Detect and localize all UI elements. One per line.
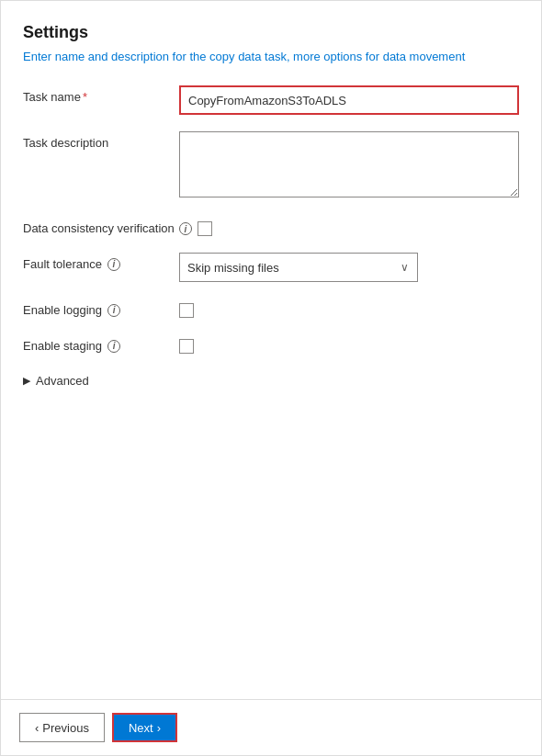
data-consistency-label: Data consistency verification	[23, 217, 179, 235]
task-description-label: Task description	[23, 131, 179, 150]
page-subtitle: Enter name and description for the copy …	[23, 50, 519, 63]
data-consistency-checkbox[interactable]	[198, 221, 212, 236]
task-description-field	[179, 131, 519, 200]
footer-buttons: ‹ Previous Next ›	[19, 713, 177, 742]
next-button[interactable]: Next ›	[112, 713, 177, 742]
next-icon: ›	[157, 721, 161, 735]
footer: ‹ Previous Next ›	[1, 699, 541, 755]
page-title: Settings	[23, 23, 519, 42]
fault-tolerance-field: Skip missing files None Skip incompatibl…	[179, 253, 519, 282]
previous-button[interactable]: ‹ Previous	[19, 713, 105, 742]
enable-logging-info-icon[interactable]: i	[107, 304, 120, 317]
advanced-label: Advanced	[36, 374, 89, 388]
previous-icon: ‹	[35, 721, 39, 735]
data-consistency-field: i	[179, 217, 519, 236]
enable-staging-info-icon[interactable]: i	[107, 340, 120, 353]
task-name-label: Task name*	[23, 85, 179, 104]
task-name-input[interactable]	[179, 85, 519, 115]
enable-logging-field	[179, 299, 519, 318]
enable-staging-field	[179, 334, 519, 354]
enable-logging-label: Enable logging i	[23, 299, 179, 317]
task-description-input[interactable]	[179, 131, 519, 197]
fault-tolerance-label: Fault tolerance i	[23, 253, 179, 271]
enable-staging-label: Enable staging i	[23, 334, 179, 353]
task-name-field	[179, 85, 519, 115]
advanced-chevron-icon: ▶	[23, 375, 30, 387]
data-consistency-info-icon[interactable]: i	[179, 222, 192, 235]
enable-logging-checkbox[interactable]	[179, 303, 194, 318]
enable-staging-checkbox[interactable]	[179, 339, 194, 354]
advanced-section[interactable]: ▶ Advanced	[23, 370, 519, 391]
fault-tolerance-select[interactable]: Skip missing files None Skip incompatibl…	[179, 253, 418, 282]
fault-tolerance-info-icon[interactable]: i	[107, 258, 120, 271]
